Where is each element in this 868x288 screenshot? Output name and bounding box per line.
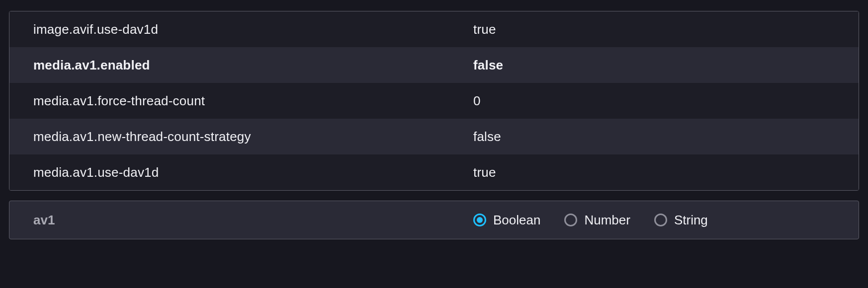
type-label: String <box>674 213 708 228</box>
pref-value: false <box>473 58 835 73</box>
pref-name: media.av1.enabled <box>33 58 473 73</box>
pref-row[interactable]: image.avif.use-dav1d true <box>9 11 859 47</box>
type-label: Number <box>584 213 630 228</box>
pref-row[interactable]: media.av1.enabled false <box>9 47 859 83</box>
pref-list: image.avif.use-dav1d true media.av1.enab… <box>9 11 859 191</box>
new-pref-name: av1 <box>33 213 473 228</box>
pref-value: false <box>473 129 835 144</box>
type-option-boolean[interactable]: Boolean <box>473 213 540 228</box>
type-option-number[interactable]: Number <box>564 213 630 228</box>
pref-value: 0 <box>473 93 835 109</box>
pref-name: media.av1.force-thread-count <box>33 93 473 109</box>
add-pref-panel: av1 Boolean Number String <box>9 201 859 239</box>
pref-name: media.av1.new-thread-count-strategy <box>33 129 473 144</box>
type-option-string[interactable]: String <box>654 213 708 228</box>
radio-icon <box>654 214 667 226</box>
type-label: Boolean <box>493 213 540 228</box>
pref-row[interactable]: media.av1.new-thread-count-strategy fals… <box>9 119 859 154</box>
pref-row[interactable]: media.av1.force-thread-count 0 <box>9 83 859 119</box>
radio-icon <box>473 214 486 226</box>
pref-name: image.avif.use-dav1d <box>33 22 473 37</box>
type-radio-group: Boolean Number String <box>473 213 708 228</box>
pref-name: media.av1.use-dav1d <box>33 165 473 180</box>
radio-icon <box>564 214 577 226</box>
pref-row[interactable]: media.av1.use-dav1d true <box>9 154 859 190</box>
pref-value: true <box>473 22 835 37</box>
pref-value: true <box>473 165 835 180</box>
